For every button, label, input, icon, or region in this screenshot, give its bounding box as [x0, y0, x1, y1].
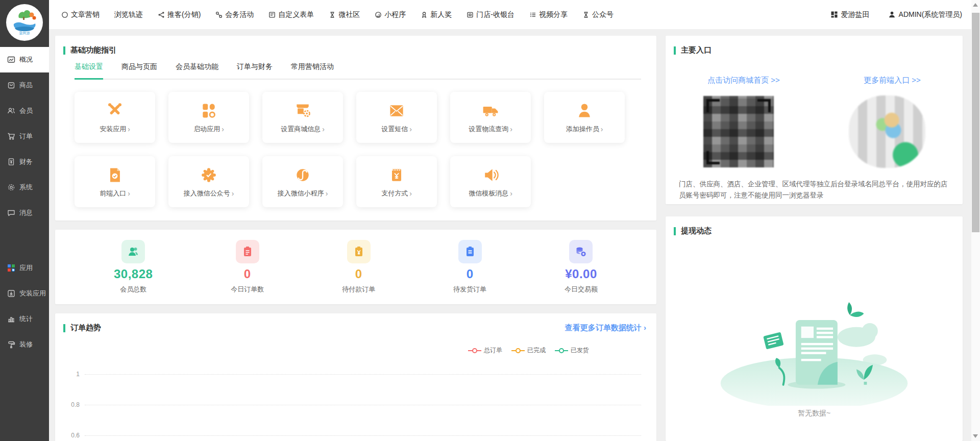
more-frontend-entries-link[interactable]: 更多前端入口 >> — [864, 76, 921, 85]
main-entry-panel: 主要入口 点击访问商城首页 >> 更多前端入口 >> 门店、供应商、酒店、企业管… — [666, 36, 963, 204]
card-label: 设置短信 — [381, 125, 408, 134]
legend-label: 已完成 — [527, 346, 546, 355]
stat-label: 会员总数 — [120, 285, 146, 294]
members-icon — [7, 107, 15, 115]
tab-basic-settings[interactable]: 基础设置 — [75, 62, 103, 80]
legend-completed[interactable]: 已完成 — [511, 346, 546, 355]
pending-shipment-icon — [458, 240, 482, 263]
decorate-roller-icon — [7, 340, 15, 349]
more-order-stats-link[interactable]: 查看更多订单数据统计 › — [565, 323, 646, 333]
card-label: 微信模板消息 — [469, 189, 508, 198]
main-entry-header: 主要入口 — [666, 36, 963, 60]
nav-item-article-marketing[interactable]: 文章营销 — [61, 10, 100, 19]
wechat-miniprogram-icon — [293, 166, 312, 184]
mall-name: 爱游盐田 — [841, 10, 870, 19]
tab-member-basics[interactable]: 会员基础功能 — [176, 62, 218, 79]
payment-receipt-icon — [387, 166, 406, 184]
chart-gridline-08: 0.8 — [66, 401, 641, 408]
card-label: 支付方式 — [381, 189, 408, 198]
sidebar: 盐田游 概况 商品 会员 订单 财务 系统 — [0, 0, 49, 441]
scroll-down-arrow-icon[interactable] — [973, 434, 978, 438]
card-install-app[interactable]: 安装应用› — [75, 92, 155, 143]
nav-item-miniprogram[interactable]: 小程序 — [375, 10, 406, 19]
sidebar-item-overview[interactable]: 概况 — [0, 47, 49, 72]
tab-goods-pages[interactable]: 商品与页面 — [121, 62, 157, 79]
card-wechat-miniprogram[interactable]: 接入微信小程序› — [262, 156, 343, 207]
right-column: 主要入口 点击访问商城首页 >> 更多前端入口 >> 门店、供应商、酒店、企业管… — [666, 36, 963, 441]
sidebar-item-label: 应用 — [19, 263, 33, 273]
nav-item-distribution[interactable]: 推客(分销) — [158, 10, 201, 19]
tab-marketing[interactable]: 常用营销活动 — [291, 62, 334, 79]
sidebar-item-orders[interactable]: 订单 — [0, 124, 49, 149]
nav-item-micro-community[interactable]: 微社区 — [329, 10, 360, 19]
sidebar-item-install-apps[interactable]: 安装应用 — [0, 281, 49, 306]
legend-marker-icon — [511, 348, 525, 353]
sidebar-item-messages[interactable]: 消息 — [0, 200, 49, 226]
nav-item-store-pos[interactable]: 门店-收银台 — [467, 10, 514, 19]
empty-state-text: 暂无数据~ — [798, 409, 830, 418]
card-template-message[interactable]: 微信模板消息› — [450, 156, 531, 207]
chart-gridline-1: 1 — [66, 371, 641, 378]
card-payment[interactable]: 支付方式› — [356, 156, 437, 207]
finance-yen-icon — [7, 158, 15, 166]
legend-label: 已发货 — [571, 346, 589, 355]
qr-code-frontend-entry — [849, 95, 925, 168]
sms-envelope-icon — [387, 102, 406, 120]
sidebar-item-decorate[interactable]: 装修 — [0, 332, 49, 357]
card-frontend-entry[interactable]: 前端入口› — [75, 156, 155, 207]
card-wechat-official[interactable]: 接入微信公众号› — [168, 156, 249, 207]
scroll-up-arrow-icon[interactable] — [973, 3, 978, 7]
nav-item-video-share[interactable]: 视频分享 — [529, 10, 568, 19]
stat-label: 待发货订单 — [453, 285, 486, 294]
nav-item-newcomer-award[interactable]: 新人奖 — [421, 10, 452, 19]
award-icon — [421, 11, 428, 18]
main-column: 基础功能指引 基础设置 商品与页面 会员基础功能 订单与财务 常用营销活动 安装… — [55, 36, 656, 441]
share-icon — [158, 11, 165, 18]
sidebar-item-system[interactable]: 系统 — [0, 175, 49, 200]
sidebar-item-apps[interactable]: 应用 — [0, 255, 49, 281]
scrollbar-thumb[interactable] — [972, 13, 979, 232]
sidebar-item-statistics[interactable]: 统计 — [0, 306, 49, 332]
card-sms[interactable]: 设置短信› — [356, 92, 437, 143]
mall-switcher[interactable]: 爱游盐田 — [830, 10, 870, 19]
user-menu[interactable]: ADMIN(系统管理员) — [888, 10, 962, 19]
nav-item-browse-tracks[interactable]: 浏览轨迹 — [114, 10, 143, 19]
card-logistics[interactable]: 设置物流查询› — [450, 92, 531, 143]
sidebar-item-finance[interactable]: 财务 — [0, 149, 49, 175]
page-content: 基础功能指引 基础设置 商品与页面 会员基础功能 订单与财务 常用营销活动 安装… — [49, 29, 971, 441]
stat-pending-payment: 0 待付款订单 — [342, 240, 375, 294]
chevron-right-icon: › — [232, 189, 234, 198]
header-accent-bar — [63, 46, 65, 55]
goods-bag-icon — [7, 81, 15, 89]
legend-marker-icon — [468, 348, 481, 353]
card-mall-info[interactable]: 设置商城信息› — [262, 92, 343, 143]
sidebar-divider-gap — [0, 226, 49, 255]
header-accent-bar — [674, 46, 676, 55]
card-launch-app[interactable]: 启动应用› — [168, 92, 249, 143]
y-axis-tick: 0.6 — [66, 432, 85, 439]
nav-item-custom-forms[interactable]: 自定义表单 — [268, 10, 314, 19]
qr-corner-marker — [706, 151, 720, 164]
stat-value: 0 — [244, 267, 251, 281]
card-add-operator[interactable]: 添加操作员› — [544, 92, 625, 143]
sidebar-item-goods[interactable]: 商品 — [0, 72, 49, 98]
guide-cards: 安装应用› 启动应用› 设置商城信息› — [55, 80, 637, 207]
withdraw-header: 提现动态 — [666, 216, 963, 241]
nav-item-conference[interactable]: 会务活动 — [215, 10, 254, 19]
vertical-scrollbar[interactable] — [971, 0, 980, 441]
legend-shipped[interactable]: 已发货 — [555, 346, 589, 355]
nav-item-label: 新人奖 — [430, 10, 452, 19]
top-nav-items: 文章营销 浏览轨迹 推客(分销) 会务活动 自定义表单 — [61, 10, 614, 19]
chevron-right-icon: › — [322, 125, 325, 133]
install-download-icon — [7, 289, 15, 298]
visit-mall-home-link[interactable]: 点击访问商城首页 >> — [707, 76, 780, 85]
sidebar-item-members[interactable]: 会员 — [0, 98, 49, 124]
legend-total-orders[interactable]: 总订单 — [468, 346, 502, 355]
tab-orders-finance[interactable]: 订单与财务 — [237, 62, 273, 79]
nav-item-official-account[interactable]: 公众号 — [582, 10, 614, 19]
sidebar-item-label: 系统 — [19, 183, 33, 192]
empty-state-illustration-icon — [715, 296, 914, 406]
sidebar-item-label: 商品 — [19, 81, 33, 90]
members-icon — [121, 240, 145, 263]
stat-today-transactions: ¥0.00 今日交易额 — [565, 240, 598, 294]
